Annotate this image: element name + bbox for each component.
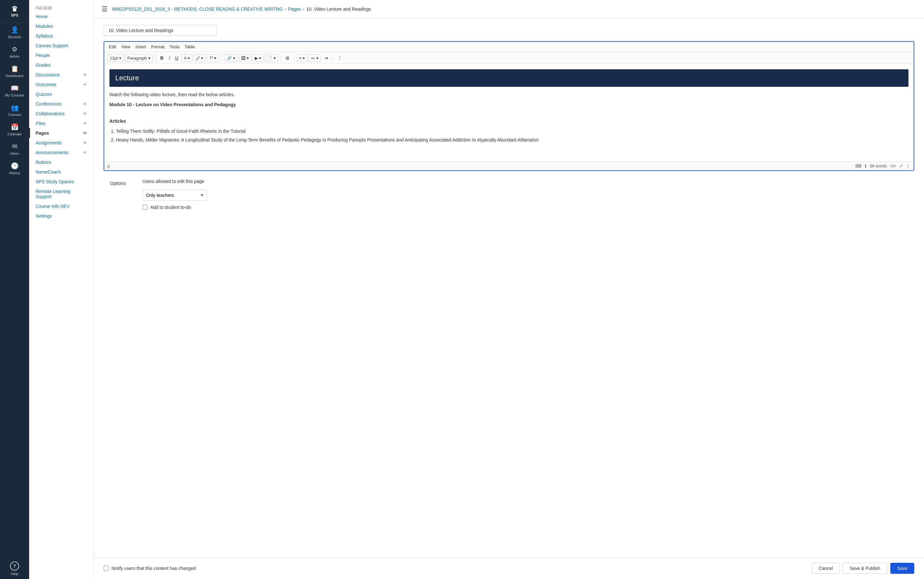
cancel-button[interactable]: Cancel: [812, 563, 840, 574]
sps-logo-text: ♛ SPS: [11, 5, 18, 18]
global-nav: ♛ SPS 👤 Account ⚙ Admin 📋 Dashboard 📖 My…: [0, 0, 29, 579]
keyboard-icon[interactable]: ⌨: [855, 164, 862, 168]
document-button[interactable]: 📄 ▾: [265, 54, 278, 62]
nav-modules[interactable]: Modules: [29, 21, 93, 31]
save-button[interactable]: Save: [890, 563, 914, 574]
html-view-button[interactable]: </>: [890, 164, 896, 168]
nav-syllabus[interactable]: Syllabus: [29, 31, 93, 41]
pages-visibility-icon[interactable]: 👁: [83, 131, 87, 136]
breadcrumb: NMEDPS5120_D01_2018_3 - METHODS: CLOSE R…: [112, 7, 371, 11]
nav-item-calendar[interactable]: 📅 Calendar: [0, 120, 29, 139]
nav-item-calendar-label: Calendar: [7, 132, 22, 136]
more-options-button[interactable]: ⋮: [335, 54, 344, 62]
nav-announcements[interactable]: Announcements 👁: [29, 148, 93, 157]
save-publish-button[interactable]: Save & Publish: [843, 563, 887, 574]
more-footer-options-button[interactable]: ⋮: [906, 164, 910, 168]
menu-insert[interactable]: Insert: [135, 44, 146, 49]
italic-button[interactable]: I: [167, 54, 172, 62]
admin-icon: ⚙: [11, 45, 18, 53]
nav-home[interactable]: Home: [29, 11, 93, 21]
nav-quizzes[interactable]: Quizzes: [29, 89, 93, 99]
conferences-visibility-icon[interactable]: 👁: [83, 102, 87, 106]
menu-edit[interactable]: Edit: [109, 44, 116, 49]
editor-body[interactable]: Lecture Watch the following video lectur…: [104, 64, 914, 161]
link-button[interactable]: 🔗 ▾: [224, 54, 238, 62]
indent-button[interactable]: ⇥: [322, 54, 330, 62]
crown-icon: ♛: [11, 5, 18, 13]
embed-button[interactable]: ▶ ▾: [253, 54, 264, 62]
nav-item-my-courses[interactable]: 📖 My Courses: [0, 81, 29, 100]
page-title-input[interactable]: [104, 25, 217, 36]
nav-outcomes[interactable]: Outcomes 👁: [29, 80, 93, 89]
menu-view[interactable]: View: [121, 44, 130, 49]
menu-tools[interactable]: Tools: [170, 44, 180, 49]
assignments-visibility-icon[interactable]: 👁: [83, 141, 87, 146]
nav-item-history[interactable]: 🕐 History: [0, 159, 29, 178]
announcements-visibility-icon[interactable]: 👁: [83, 150, 87, 155]
accessibility-icon[interactable]: ℹ: [865, 164, 866, 168]
collaborations-visibility-icon[interactable]: 👁: [83, 111, 87, 116]
text-color-button[interactable]: A ▾: [182, 54, 192, 62]
menu-table[interactable]: Table: [184, 44, 194, 49]
breadcrumb-course[interactable]: NMEDPS5120_D01_2018_3 - METHODS: CLOSE R…: [112, 7, 282, 11]
font-size-selector[interactable]: 12pt ▾: [108, 54, 124, 62]
student-todo-checkbox[interactable]: [142, 204, 148, 210]
menu-format[interactable]: Format: [151, 44, 165, 49]
editor-bold-line: Module 10 - Lecture on Video Presentatio…: [109, 101, 908, 108]
nav-files[interactable]: Files 👁: [29, 119, 93, 128]
nav-remote-learning-support[interactable]: Remote Learning Support: [29, 186, 93, 201]
editors-dropdown[interactable]: Only teachers Teachers and Students Anyo…: [142, 190, 207, 201]
nav-sps-study-spaces[interactable]: SPS Study Spaces: [29, 177, 93, 186]
nav-item-admin[interactable]: ⚙ Admin: [0, 42, 29, 62]
notify-row: Notify users that this content has chang…: [104, 566, 196, 571]
discussions-visibility-icon[interactable]: 👁: [83, 72, 87, 77]
nav-item-dashboard[interactable]: 📋 Dashboard: [0, 62, 29, 81]
nav-rubrics[interactable]: Rubrics: [29, 157, 93, 167]
nav-conferences[interactable]: Conferences 👁: [29, 99, 93, 109]
editor-tag-indicator: p: [108, 164, 110, 168]
nav-item-inbox-label: Inbox: [10, 152, 19, 155]
inbox-icon: ✉: [12, 142, 18, 150]
dashboard-icon: 📋: [11, 65, 19, 72]
nav-namecoach[interactable]: NameCoach: [29, 167, 93, 177]
top-bar: ☰ NMEDPS5120_D01_2018_3 - METHODS: CLOSE…: [94, 0, 924, 18]
align-button[interactable]: ≡ ▾: [297, 54, 307, 62]
rich-text-editor: Edit View Insert Format Tools Table 12pt…: [104, 41, 914, 171]
nav-item-inbox[interactable]: ✉ Inbox: [0, 139, 29, 159]
superscript-button[interactable]: T² ▾: [207, 54, 219, 62]
table-button[interactable]: ⊞: [284, 54, 291, 62]
bold-button[interactable]: B: [158, 54, 165, 62]
nav-item-courses-label: Courses: [8, 113, 21, 116]
users-allowed-label: Users allowed to edit this page: [142, 179, 207, 184]
nav-collaborations[interactable]: Collaborations 👁: [29, 109, 93, 119]
nav-people[interactable]: People: [29, 51, 93, 60]
outcomes-visibility-icon[interactable]: 👁: [83, 82, 87, 87]
nav-grades[interactable]: Grades: [29, 60, 93, 70]
underline-button[interactable]: U: [173, 54, 180, 62]
nav-item-courses[interactable]: 👥 Courses: [0, 100, 29, 120]
editor-menubar: Edit View Insert Format Tools Table: [104, 42, 914, 52]
nav-discussions[interactable]: Discussions 👁: [29, 70, 93, 80]
nav-assignments[interactable]: Assignments 👁: [29, 138, 93, 148]
nav-settings[interactable]: Settings: [29, 211, 93, 221]
breadcrumb-pages[interactable]: Pages: [288, 7, 301, 11]
page-content: Edit View Insert Format Tools Table 12pt…: [94, 18, 924, 557]
nav-course-info-dev[interactable]: Course Info DEV: [29, 201, 93, 211]
files-visibility-icon[interactable]: 👁: [83, 121, 87, 126]
nav-item-help[interactable]: ? Help: [0, 558, 29, 579]
highlight-color-button[interactable]: 🖊 ▾: [194, 54, 206, 62]
nav-item-my-courses-label: My Courses: [5, 93, 24, 97]
options-label: Options: [110, 179, 136, 186]
breadcrumb-current-page: 10. Video Lecture and Readings: [306, 7, 371, 11]
hamburger-button[interactable]: ☰: [100, 4, 109, 14]
paragraph-style-selector[interactable]: Paragraph ▾: [125, 54, 153, 62]
nav-item-account[interactable]: 👤 Account: [0, 23, 29, 42]
expand-editor-button[interactable]: ⤢: [900, 164, 903, 168]
list-button[interactable]: ≔ ▾: [309, 54, 321, 62]
image-button[interactable]: 🖼 ▾: [239, 54, 251, 62]
nav-item-admin-label: Admin: [10, 54, 20, 58]
notify-checkbox[interactable]: [104, 566, 109, 571]
nav-pages[interactable]: Pages 👁: [29, 128, 93, 138]
nav-canvas-support[interactable]: Canvas Support: [29, 41, 93, 51]
student-todo-label: Add to student to-do: [150, 204, 191, 210]
